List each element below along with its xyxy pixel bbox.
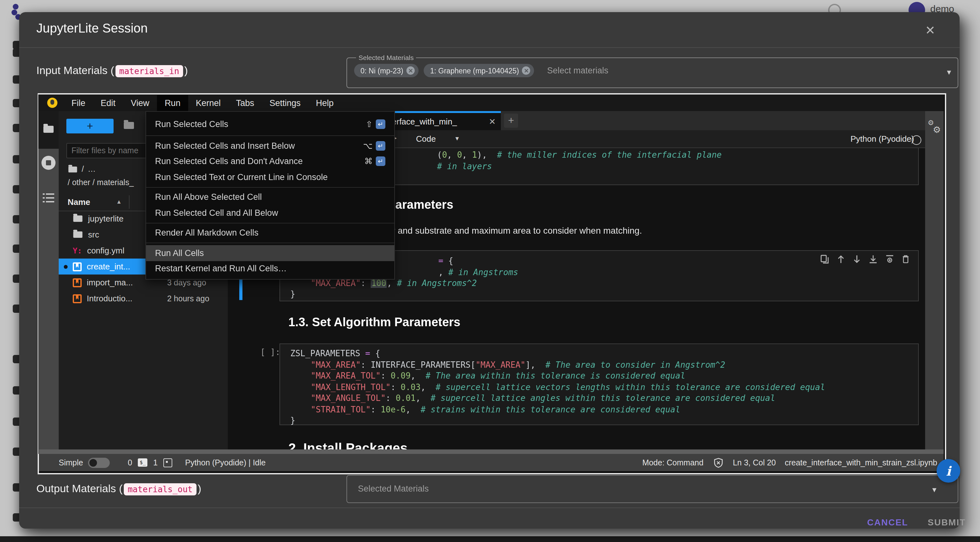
section-heading-13: 1.3. Set Algorithm Parameters bbox=[288, 316, 460, 329]
cancel-button[interactable]: CANCEL bbox=[867, 517, 908, 527]
enter-key-icon: ↵ bbox=[376, 141, 385, 151]
materials-in-code-chip: materials_in bbox=[116, 65, 183, 77]
submit-button[interactable]: SUBMIT bbox=[928, 517, 966, 527]
cell-type-chevron-icon[interactable]: ▼ bbox=[454, 136, 460, 142]
move-cell-down-icon[interactable] bbox=[853, 255, 861, 264]
new-folder-icon[interactable] bbox=[124, 122, 134, 129]
selected-materials-legend: Selected Materials bbox=[356, 54, 416, 61]
yaml-file-icon: Y: bbox=[73, 246, 82, 255]
output-select-placeholder: Selected Materials bbox=[358, 484, 429, 494]
terminal-icon[interactable]: $_ bbox=[138, 458, 147, 467]
folder-icon bbox=[73, 231, 83, 238]
duplicate-cell-icon[interactable] bbox=[821, 255, 829, 264]
cursor-position[interactable]: Ln 3, Col 20 bbox=[733, 458, 776, 467]
section-desc-12: er and substrate and maximum area to con… bbox=[387, 225, 642, 236]
folder-tab-icon[interactable] bbox=[43, 126, 54, 133]
advanced-settings-icon-small: ⚙ bbox=[933, 124, 941, 135]
header-divider bbox=[19, 47, 959, 48]
notebook-file-icon bbox=[73, 294, 82, 303]
menu-settings[interactable]: Settings bbox=[262, 95, 309, 111]
statusbar-filename[interactable]: create_interface_with_min_strain_zsl.ipy… bbox=[785, 458, 937, 467]
screen: demo JupyterLite Session ✕ Input Materia… bbox=[0, 0, 980, 542]
background-bottom-bar bbox=[0, 536, 980, 542]
file-row-introduction[interactable]: Introductio... 2 hours ago bbox=[59, 290, 228, 306]
menu-separator bbox=[146, 242, 394, 243]
chip-remove-icon[interactable]: ✕ bbox=[406, 66, 415, 75]
breadcrumb[interactable]: / … bbox=[68, 165, 96, 174]
notebook-file-icon bbox=[73, 278, 82, 287]
footer-divider bbox=[19, 507, 959, 508]
mode-indicator: Mode: Command bbox=[642, 458, 703, 467]
kernel-status-icon[interactable] bbox=[912, 136, 921, 145]
sort-asc-icon[interactable]: ▲ bbox=[116, 199, 122, 205]
new-launcher-button[interactable]: + bbox=[66, 119, 114, 134]
insert-cell-below-icon[interactable] bbox=[886, 255, 894, 264]
jupyter-menubar: File Edit View Run Kernel Tabs Settings … bbox=[38, 94, 943, 111]
delete-cell-icon[interactable] bbox=[902, 255, 909, 264]
move-cell-up-icon[interactable] bbox=[837, 255, 845, 264]
new-tab-button[interactable]: + bbox=[504, 114, 518, 128]
enter-key-icon: ↵ bbox=[376, 119, 385, 129]
tab-close-icon[interactable]: ✕ bbox=[489, 117, 496, 126]
enter-key-icon: ↵ bbox=[376, 157, 385, 166]
menu-item-restart-run-all[interactable]: Restart Kernel and Run All Cells… bbox=[146, 261, 394, 276]
menu-item-run-in-console[interactable]: Run Selected Text or Current Line in Con… bbox=[146, 169, 394, 185]
statusbar-resizer bbox=[39, 450, 943, 454]
dialog-title: JupyterLite Session bbox=[37, 21, 148, 36]
menu-item-render-markdown[interactable]: Render All Markdown Cells bbox=[146, 225, 394, 241]
menu-item-run-selected-cells[interactable]: Run Selected Cells ⇧ ↵ bbox=[146, 114, 394, 134]
kernel-name[interactable]: Python (Pyodide) bbox=[851, 134, 914, 143]
menu-item-run-insert-below[interactable]: Run Selected Cells and Insert Below ⌥ ↵ bbox=[146, 138, 394, 153]
menu-help[interactable]: Help bbox=[308, 95, 341, 111]
file-modified-time: 2 hours ago bbox=[167, 294, 209, 303]
cell-toolbar bbox=[821, 255, 909, 264]
materials-out-code-chip: materials_out bbox=[124, 483, 197, 496]
cell-type-dropdown[interactable]: Code bbox=[416, 134, 436, 143]
code-cell-algo-params[interactable]: ZSL_PARAMETERS = { "MAX_AREA": INTERFACE… bbox=[280, 343, 919, 425]
info-button[interactable]: i bbox=[937, 459, 960, 483]
select-materials-placeholder: Select materials bbox=[547, 66, 608, 75]
run-menu-dropdown: Run Selected Cells ⇧ ↵ Run Selected Cell… bbox=[145, 111, 395, 280]
menu-tabs[interactable]: Tabs bbox=[228, 95, 262, 111]
chip-remove-icon[interactable]: ✕ bbox=[522, 66, 530, 75]
material-chip[interactable]: 1: Graphene (mp-1040425) ✕ bbox=[424, 64, 535, 77]
simple-mode-toggle[interactable] bbox=[88, 458, 110, 468]
menu-item-run-all-below[interactable]: Run Selected Cell and All Below bbox=[146, 205, 394, 220]
output-materials-select[interactable]: Selected Materials ▼ bbox=[347, 475, 958, 503]
menu-item-run-dont-advance[interactable]: Run Selected Cells and Don't Advance ⌘ ↵ bbox=[146, 153, 394, 169]
terminals-count: 0 bbox=[127, 458, 132, 467]
close-icon[interactable]: ✕ bbox=[925, 23, 935, 38]
section-heading-2-partial: 2. Install Packages bbox=[288, 440, 408, 450]
kernels-count: 1 bbox=[153, 458, 158, 467]
table-of-contents-icon[interactable] bbox=[43, 193, 54, 202]
material-chip[interactable]: 0: Ni (mp-23) ✕ bbox=[354, 64, 418, 77]
section-heading-12: Parameters bbox=[387, 198, 453, 212]
name-column-header[interactable]: Name bbox=[68, 197, 90, 207]
jupyter-right-sidebar: ⚙ ⚙ bbox=[925, 111, 943, 454]
menu-view[interactable]: View bbox=[123, 95, 157, 111]
selected-materials-field[interactable]: Selected Materials 0: Ni (mp-23) ✕ 1: Gr… bbox=[347, 57, 958, 88]
option-key-icon: ⌥ bbox=[363, 141, 372, 151]
jupyter-statusbar: Simple 0 $_ 1 Python (Pyodide) | Idle Mo… bbox=[39, 454, 943, 471]
insert-cell-above-icon[interactable] bbox=[869, 255, 877, 264]
cell-prompt: [ ]: bbox=[260, 347, 280, 357]
jupyterlite-logo-icon bbox=[47, 98, 57, 108]
kernel-chip-icon[interactable] bbox=[163, 458, 172, 467]
menu-file[interactable]: File bbox=[64, 95, 93, 111]
menu-run[interactable]: Run bbox=[157, 95, 188, 111]
simple-mode-label: Simple bbox=[59, 458, 83, 467]
menu-item-run-all-above[interactable]: Run All Above Selected Cell bbox=[146, 189, 394, 205]
breadcrumb-folder-icon[interactable] bbox=[68, 166, 77, 172]
menu-separator bbox=[146, 136, 394, 136]
folder-icon bbox=[73, 215, 83, 222]
chevron-down-icon[interactable]: ▼ bbox=[945, 68, 953, 76]
menu-edit[interactable]: Edit bbox=[93, 95, 124, 111]
running-kernels-icon[interactable] bbox=[41, 156, 56, 170]
trust-shield-icon[interactable] bbox=[714, 458, 722, 468]
chevron-down-icon[interactable]: ▼ bbox=[931, 486, 938, 494]
menu-separator bbox=[146, 187, 394, 187]
kernel-status-text[interactable]: Python (Pyodide) | Idle bbox=[185, 458, 266, 467]
unsaved-changes-dot bbox=[64, 265, 68, 268]
menu-kernel[interactable]: Kernel bbox=[188, 95, 228, 111]
menu-item-run-all-cells[interactable]: Run All Cells bbox=[146, 245, 394, 261]
